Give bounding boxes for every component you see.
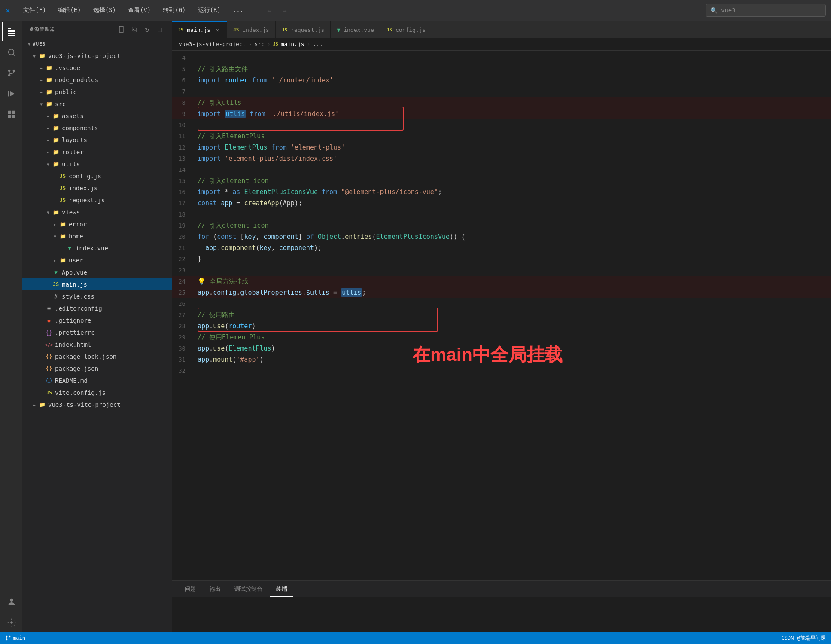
panel-tab-debug[interactable]: 调试控制台 [228,581,268,597]
tab-config-js[interactable]: JS config.js [380,21,432,38]
nav-back-arrow[interactable]: ← [263,4,275,16]
tab-close-button[interactable]: ✕ [214,27,221,34]
tree-request-js[interactable]: ► JS request.js [22,194,172,206]
tree-vue3-project[interactable]: ▼ 📁 vue3-js-vite-project [22,50,172,62]
tree-public[interactable]: ► 📁 public [22,86,172,98]
line-num-15: 15 [172,175,194,186]
tree-item-label: App.vue [62,269,87,276]
tree-src[interactable]: ▼ 📁 src [22,98,172,110]
activity-search[interactable] [2,43,21,62]
tree-error[interactable]: ► 📁 error [22,218,172,230]
menu-view[interactable]: 查看(V) [125,5,153,16]
tree-item-label: router [62,149,84,156]
svg-point-17 [10,599,13,602]
tree-style-css[interactable]: ► # style.css [22,290,172,302]
folder-icon: 📁 [58,221,67,228]
breadcrumb-item-src[interactable]: src [254,41,264,47]
activity-extensions[interactable] [2,105,21,124]
sidebar-title: 资源管理器 [29,26,55,33]
code-line-13: 13 import 'element-plus/dist/index.css' [172,153,831,164]
activity-settings[interactable] [2,613,21,632]
new-folder-icon[interactable]: ⎗ [130,24,139,34]
tree-item-label: utils [62,161,80,168]
tree-app-vue[interactable]: ► ▼ App.vue [22,266,172,278]
app-container: ✕ 文件(F) 编辑(E) 选择(S) 查看(V) 转到(G) 运行(R) ..… [0,0,831,644]
code-line-25: 25 app.config.globalProperties.$utlis = … [172,287,831,298]
panel-tab-output[interactable]: 输出 [204,581,227,597]
tree-components[interactable]: ► 📁 components [22,122,172,134]
activity-accounts[interactable] [2,592,21,611]
line-num-23: 23 [172,265,194,276]
svg-marker-11 [10,91,14,97]
breadcrumb-item-file[interactable]: main.js [281,41,304,47]
tree-root-label[interactable]: ▼ VUE3 [22,38,172,50]
tree-router[interactable]: ► 📁 router [22,146,172,158]
svg-point-9 [8,70,11,72]
tree-package-lock[interactable]: ► {} package-lock.json [22,351,172,363]
panel-tab-problems[interactable]: 问题 [179,581,202,597]
tab-js-icon: JS [178,27,183,33]
tree-config-js[interactable]: ► JS config.js [22,170,172,182]
svg-rect-2 [8,31,15,32]
search-box[interactable]: 🔍 vue3 [706,4,826,17]
activity-run[interactable] [2,84,21,103]
nav-forward-arrow[interactable]: → [279,4,291,16]
tree-editorconfig[interactable]: ► ≡ .editorconfig [22,302,172,314]
menu-run[interactable]: 运行(R) [195,5,223,16]
tree-item-label: vue3-ts-vite-project [48,401,121,408]
tab-main-js[interactable]: JS main.js ✕ [172,21,227,38]
line-content-28: app.use(router) [194,320,256,332]
tab-index-vue[interactable]: ▼ index.vue [331,21,380,38]
new-file-icon[interactable]: ⎕ [117,24,126,34]
tab-label: main.js [187,27,210,33]
tab-request-js[interactable]: JS request.js [276,21,331,38]
line-content-25: app.config.globalProperties.$utlis = utl… [194,287,366,298]
tab-index-js[interactable]: JS index.js [227,21,276,38]
tree-package-json[interactable]: ► {} package.json [22,363,172,375]
code-line-26: 26 [172,298,831,309]
tree-vscode[interactable]: ► 📁 .vscode [22,62,172,74]
tree-item-label: src [55,101,66,107]
collapse-icon[interactable]: □ [155,24,165,34]
tree-index-js[interactable]: ► JS index.js [22,182,172,194]
tree-assets[interactable]: ► 📁 assets [22,110,172,122]
tree-index-html[interactable]: ► </> index.html [22,339,172,351]
code-editor[interactable]: 4 5 // 引入路由文件 6 import router from './ro… [172,51,831,580]
tree-readme[interactable]: ► ⓘ README.md [22,375,172,387]
panel-tab-terminal[interactable]: 终端 [270,581,293,597]
breadcrumb-item-project[interactable]: vue3-js-vite-project [179,41,246,47]
tree-vue3-ts-project[interactable]: ► 📁 vue3-ts-vite-project [22,399,172,411]
tree-index-vue[interactable]: ► ▼ index.vue [22,242,172,254]
code-line-8: 8 // 引入utils [172,97,831,108]
tree-item-label: vue3-js-vite-project [48,52,121,59]
breadcrumb-item-more[interactable]: ... [313,41,323,47]
status-branch[interactable]: main [5,635,25,641]
tree-node-modules[interactable]: ► 📁 node_modules [22,74,172,86]
activity-explorer[interactable] [2,22,21,41]
code-line-22: 22 } [172,253,831,265]
tree-user[interactable]: ► 📁 user [22,254,172,266]
activity-source-control[interactable] [2,64,21,82]
code-line-28: 28 app.use(router) [172,320,831,332]
line-num-17: 17 [172,198,194,209]
menu-more[interactable]: ... [230,5,246,16]
tree-prettierrc[interactable]: ► {} .prettierrc [22,327,172,339]
tree-main-js[interactable]: ► JS main.js [22,278,172,290]
tree-utils[interactable]: ▼ 📁 utils [22,158,172,170]
menu-select[interactable]: 选择(S) [91,5,119,16]
folder-icon: 📁 [45,101,53,107]
tree-layouts[interactable]: ► 📁 layouts [22,134,172,146]
line-content-27: // 使用路由 [194,309,235,320]
menu-goto[interactable]: 转到(G) [160,5,188,16]
tree-views[interactable]: ▼ 📁 views [22,206,172,218]
tree-gitignore[interactable]: ► ◆ .gitignore [22,314,172,327]
refresh-icon[interactable]: ↻ [143,24,152,34]
line-num-16: 16 [172,186,194,198]
tree-vite-config[interactable]: ► JS vite.config.js [22,387,172,399]
tree-home[interactable]: ▼ 📁 home [22,230,172,242]
bottom-panel: 问题 输出 调试控制台 终端 [172,580,831,632]
menu-file[interactable]: 文件(F) [21,5,49,16]
line-num-25: 25 [172,287,194,298]
html-icon: </> [45,341,53,348]
menu-edit[interactable]: 编辑(E) [55,5,83,16]
